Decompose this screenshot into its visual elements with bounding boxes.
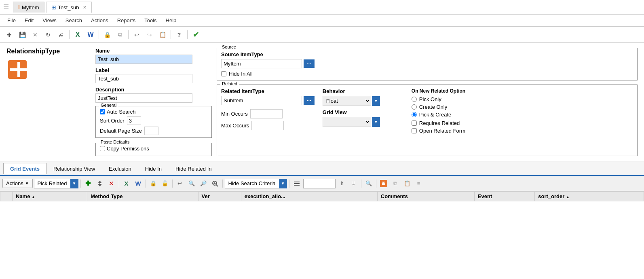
toolbar-new-btn[interactable]: ✚: [3, 29, 15, 40]
behavior-select[interactable]: Float Locked: [323, 96, 371, 106]
tab-grid-events[interactable]: Grid Events: [3, 163, 46, 174]
menu-file[interactable]: File: [3, 16, 20, 25]
behavior-dropdown-arrow[interactable]: ▼: [372, 96, 380, 106]
hamburger-icon[interactable]: ☰: [3, 3, 9, 11]
svg-rect-10: [294, 182, 300, 182]
auto-search-checkbox[interactable]: [100, 109, 105, 114]
gt-more-btn[interactable]: ≡: [414, 179, 424, 188]
pick-related-arrow[interactable]: ▼: [70, 179, 78, 188]
min-occurs-row: Min Occurs: [221, 109, 315, 118]
auto-search-text: Auto Search: [107, 109, 136, 115]
description-input[interactable]: [95, 93, 192, 103]
gt-search3-btn[interactable]: [210, 179, 220, 188]
menu-views[interactable]: Views: [38, 16, 60, 25]
label-input[interactable]: [95, 74, 192, 83]
toolbar-validate-btn[interactable]: ✔: [190, 29, 202, 40]
related-itemtype-dots-btn[interactable]: ···: [304, 96, 315, 105]
menu-search[interactable]: Search: [61, 16, 86, 25]
grid-view-select[interactable]: [323, 117, 371, 127]
gt-sort-desc-btn[interactable]: ⇓: [348, 179, 359, 188]
menu-help[interactable]: Help: [162, 16, 181, 25]
hide-search-arrow[interactable]: ▼: [279, 179, 287, 188]
menu-edit[interactable]: Edit: [21, 16, 38, 25]
col-execution-allo-label: execution_allo...: [245, 193, 285, 199]
col-execution-allo[interactable]: execution_allo...: [241, 192, 377, 201]
gt-search1-btn[interactable]: 🔍: [186, 179, 197, 188]
name-input[interactable]: [95, 55, 192, 64]
tab-hide-related-in[interactable]: Hide Related In: [169, 163, 219, 174]
gt-sep-1: [80, 180, 81, 188]
min-occurs-input[interactable]: [250, 109, 283, 118]
tab-close-icon[interactable]: ✕: [83, 5, 87, 10]
gt-aras-btn[interactable]: ⊞: [378, 179, 389, 188]
tab-relationship-view[interactable]: Relationship View: [46, 163, 102, 174]
grid-search-input[interactable]: [303, 179, 336, 188]
sort-order-input[interactable]: [127, 116, 141, 125]
col-name-label: Name: [16, 193, 30, 199]
gt-excel-btn[interactable]: X: [121, 179, 132, 188]
gt-unlock-btn[interactable]: 🔓: [160, 179, 170, 188]
toolbar-save-btn[interactable]: 💾: [16, 29, 28, 40]
toolbar-help-btn[interactable]: ?: [173, 29, 185, 40]
toolbar-copy-btn[interactable]: ⧉: [114, 29, 126, 40]
behavior-select-row: Float Locked ▼: [323, 96, 403, 106]
related-itemtype-input[interactable]: [221, 96, 302, 105]
actions-chevron-icon: ▼: [25, 181, 29, 186]
tab-myitem[interactable]: I MyItem: [13, 2, 44, 13]
copy-permissions-label[interactable]: Copy Permissions: [100, 146, 149, 152]
toolbar-delete-btn[interactable]: ✕: [29, 29, 41, 40]
tab-exclusion[interactable]: Exclusion: [102, 163, 138, 174]
hide-in-all-checkbox[interactable]: [221, 71, 226, 76]
menu-tools[interactable]: Tools: [140, 16, 160, 25]
toolbar-word-btn[interactable]: W: [84, 29, 97, 40]
toolbar-undo-btn[interactable]: ↩: [131, 29, 143, 40]
copy-permissions-checkbox[interactable]: [100, 146, 105, 151]
col-sort-order[interactable]: sort_order ▲: [535, 192, 644, 201]
requires-related-checkbox[interactable]: [412, 120, 417, 126]
gt-word-btn[interactable]: W: [133, 179, 144, 188]
source-itemtype-input[interactable]: [221, 59, 302, 68]
toolbar-excel-btn[interactable]: X: [72, 29, 84, 40]
auto-search-label[interactable]: Auto Search: [100, 109, 136, 115]
pick-only-radio[interactable]: [412, 97, 417, 102]
toolbar-redo-btn[interactable]: ↪: [144, 29, 156, 40]
gt-sort-asc-btn[interactable]: ⇑: [337, 179, 347, 188]
gt-lock-btn[interactable]: 🔒: [148, 179, 158, 188]
gt-search2-btn[interactable]: 🔎: [198, 179, 209, 188]
create-only-radio[interactable]: [412, 104, 417, 110]
tab-hide-in[interactable]: Hide In: [138, 163, 169, 174]
col-name[interactable]: Name ▲: [13, 192, 87, 201]
gt-paste-btn[interactable]: 📋: [402, 179, 412, 188]
myitem-icon: I: [18, 4, 20, 11]
related-input-row: ···: [221, 96, 315, 105]
gt-undo-btn[interactable]: ↩: [175, 179, 185, 188]
col-ver[interactable]: Ver: [198, 192, 241, 201]
gt-add-btn[interactable]: ✚: [83, 179, 93, 188]
toolbar-refresh-btn[interactable]: ↻: [42, 29, 54, 40]
toolbar-print-btn[interactable]: 🖨: [55, 29, 67, 40]
col-event[interactable]: Event: [474, 192, 534, 201]
col-method-type[interactable]: Method Type: [87, 192, 198, 201]
menu-reports[interactable]: Reports: [113, 16, 140, 25]
gt-move-btn[interactable]: [95, 179, 105, 188]
pick-related-label: Pick Related: [38, 180, 67, 186]
menu-actions[interactable]: Actions: [87, 16, 112, 25]
default-page-size-input[interactable]: [144, 127, 158, 135]
toolbar-clip-btn[interactable]: 📋: [156, 29, 169, 40]
toolbar-lock-btn[interactable]: 🔒: [101, 29, 113, 40]
pick-create-radio[interactable]: [412, 112, 417, 117]
actions-dropdown-btn[interactable]: Actions ▼: [2, 179, 33, 188]
source-itemtype-dots-btn[interactable]: ···: [304, 59, 315, 68]
gt-copy-btn[interactable]: ⧉: [390, 179, 401, 188]
gt-filter-search-btn[interactable]: 🔍: [363, 179, 374, 188]
tab-test-sub[interactable]: ⊞ Test_sub ✕: [46, 2, 92, 13]
open-related-form-checkbox[interactable]: [412, 128, 417, 133]
col-comments[interactable]: Comments: [377, 192, 474, 201]
related-right: On New Related Option Pick Only Create O…: [412, 88, 633, 135]
gridview-dropdown-arrow[interactable]: ▼: [372, 117, 380, 127]
gt-list-btn[interactable]: [291, 179, 302, 188]
gt-remove-btn[interactable]: ✕: [106, 179, 117, 188]
grid-view-select-row: ▼: [323, 117, 403, 127]
pick-related-text: Pick Related: [34, 179, 70, 188]
max-occurs-input[interactable]: [251, 121, 284, 130]
